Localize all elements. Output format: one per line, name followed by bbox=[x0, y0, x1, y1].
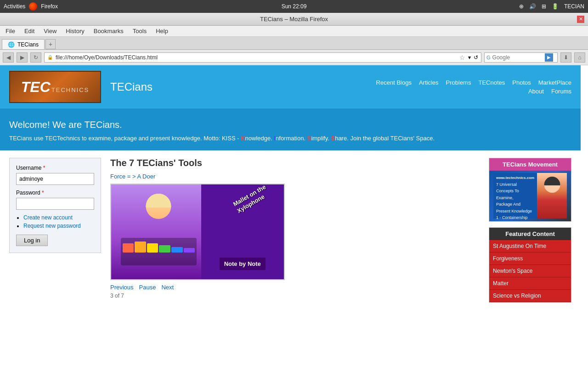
logo-technics-text: TECHNICS bbox=[51, 86, 89, 93]
movement-panel: TECians Movement www.tectechnics.com 7 U… bbox=[489, 158, 571, 222]
accessibility-icon: ⊕ bbox=[519, 3, 524, 10]
site-logo: TEC TECHNICS bbox=[9, 71, 101, 103]
featured-item-0[interactable]: St Augustine On Time bbox=[489, 240, 571, 253]
home-button[interactable]: ⌂ bbox=[574, 52, 585, 63]
slide-image: Mallet on the Xylophone Note by Note bbox=[111, 184, 284, 279]
tec-item-1: Package And Present Knowledge bbox=[496, 201, 534, 214]
window-title: TECians – Mozilla Firefox bbox=[260, 16, 328, 23]
nav-articles[interactable]: Articles bbox=[419, 79, 439, 86]
search-submit-button[interactable]: ▶ bbox=[545, 53, 553, 62]
create-account-item: Create new account bbox=[23, 214, 94, 221]
reset-password-item: Request new password bbox=[23, 223, 94, 229]
downloads-button[interactable]: ⬇ bbox=[560, 52, 571, 63]
nav-tecnotes[interactable]: TECnotes bbox=[478, 79, 505, 86]
login-button[interactable]: Log in bbox=[16, 235, 48, 246]
menu-bookmarks[interactable]: Bookmarks bbox=[90, 27, 127, 35]
pause-button[interactable]: Pause bbox=[139, 284, 156, 291]
volume-icon: 🔊 bbox=[529, 3, 536, 10]
featured-item-4[interactable]: Science vs Religion bbox=[489, 290, 571, 302]
os-clock: Sun 22:09 bbox=[282, 3, 307, 10]
window-close-button[interactable]: ✕ bbox=[577, 16, 584, 23]
menu-tools[interactable]: Tools bbox=[129, 27, 150, 35]
site-title: TECians bbox=[110, 80, 367, 93]
featured-panel: Featured Content St Augustine On Time Fo… bbox=[489, 227, 571, 303]
movement-title: TECians Movement bbox=[489, 158, 571, 171]
slideshow: Mallet on the Xylophone Note by Note bbox=[110, 184, 285, 280]
activities-label[interactable]: Activities bbox=[4, 3, 25, 10]
address-bar: ◀ ▶ ↻ 🔒 file:///home/Oye/Downloads/TECia… bbox=[0, 50, 588, 65]
blue-banner: Welcome! We are TECians. TECians use TEC… bbox=[0, 109, 581, 150]
menu-edit[interactable]: Edit bbox=[21, 27, 38, 35]
menu-file[interactable]: File bbox=[2, 27, 19, 35]
tec-list: 7 Universal Concepts To Examine, Package… bbox=[496, 181, 534, 221]
featured-item-1[interactable]: Forgiveness bbox=[489, 253, 571, 265]
featured-item-2[interactable]: Newton's Space bbox=[489, 265, 571, 277]
xylophone-text: Mallet on the Xylophone bbox=[232, 184, 271, 215]
login-links: Create new account Request new password bbox=[16, 214, 94, 229]
menu-view[interactable]: View bbox=[40, 27, 60, 35]
banner-mid1: nowledge. bbox=[245, 135, 274, 142]
url-text: file:///home/Oye/Downloads/TECians.html bbox=[56, 54, 457, 61]
url-reload-icon[interactable]: ↺ bbox=[474, 54, 478, 61]
firefox-icon bbox=[29, 2, 37, 11]
nav-photos[interactable]: Photos bbox=[512, 79, 531, 86]
nav-row-2: About Forums bbox=[528, 88, 571, 95]
tab-label: TECians bbox=[17, 41, 39, 48]
google-icon: G bbox=[486, 55, 491, 60]
site-wrapper: TEC TECHNICS TECians Recent Blogs Articl… bbox=[0, 65, 581, 310]
banner-description: TECians use TECTechnics to examine, pack… bbox=[9, 134, 571, 143]
search-input[interactable] bbox=[492, 54, 543, 61]
tab-tecians[interactable]: 🌐 TECians bbox=[2, 39, 45, 49]
featured-title: Featured Content bbox=[489, 228, 571, 240]
movement-image: www.tectechnics.com 7 Universal Concepts… bbox=[489, 171, 571, 221]
nav-problems[interactable]: Problems bbox=[446, 79, 471, 86]
prev-button[interactable]: Previous bbox=[110, 284, 134, 291]
user-label: TECIAN bbox=[564, 3, 584, 10]
force-link[interactable]: Force = > A Doer bbox=[110, 173, 480, 180]
banner-title: Welcome! We are TECians. bbox=[9, 120, 571, 130]
movement-img-inner: www.tectechnics.com 7 Universal Concepts… bbox=[493, 173, 567, 218]
nav-about[interactable]: About bbox=[528, 88, 544, 95]
bookmark-star-icon[interactable]: ☆ bbox=[459, 54, 465, 61]
banner-text-before: TECians use TECTechnics to examine, pack… bbox=[9, 135, 241, 142]
forward-button[interactable]: ▶ bbox=[17, 52, 28, 63]
tab-bar: 🌐 TECians + bbox=[0, 37, 588, 50]
window-titlebar: TECians – Mozilla Firefox ✕ bbox=[0, 13, 588, 26]
password-input[interactable] bbox=[16, 198, 94, 210]
refresh-button[interactable]: ↻ bbox=[30, 52, 41, 63]
os-bar: Activities Firefox Sun 22:09 ⊕ 🔊 ⊞ 🔋 TEC… bbox=[0, 0, 588, 13]
site-navigation: Recent Blogs Articles Problems TECnotes … bbox=[376, 79, 571, 95]
nav-forums[interactable]: Forums bbox=[551, 88, 571, 95]
create-account-link[interactable]: Create new account bbox=[23, 214, 73, 221]
tab-favicon: 🌐 bbox=[8, 41, 15, 48]
username-input[interactable] bbox=[16, 173, 94, 185]
next-button[interactable]: Next bbox=[161, 284, 174, 291]
username-label: Username * bbox=[16, 165, 94, 171]
nav-row-1: Recent Blogs Articles Problems TECnotes … bbox=[376, 79, 571, 86]
site-header: TEC TECHNICS TECians Recent Blogs Articl… bbox=[0, 65, 581, 109]
banner-mid3: implify. bbox=[311, 135, 331, 142]
right-sidebar: TECians Movement www.tectechnics.com 7 U… bbox=[489, 158, 571, 303]
username-required: * bbox=[43, 165, 45, 171]
tools-title: The 7 TECians' Tools bbox=[110, 158, 480, 168]
banner-k: K bbox=[241, 135, 245, 142]
menu-bar: File Edit View History Bookmarks Tools H… bbox=[0, 26, 588, 37]
nav-marketplace[interactable]: MarketPlace bbox=[538, 79, 571, 86]
new-tab-button[interactable]: + bbox=[45, 39, 56, 49]
slide-counter: 3 of 7 bbox=[110, 293, 480, 299]
reset-password-link[interactable]: Request new password bbox=[23, 223, 81, 229]
search-bar[interactable]: G ▶ bbox=[484, 52, 558, 63]
menu-history[interactable]: History bbox=[62, 27, 88, 35]
center-content: The 7 TECians' Tools Force = > A Doer bbox=[110, 158, 480, 303]
battery-icon: 🔋 bbox=[552, 3, 559, 10]
menu-help[interactable]: Help bbox=[152, 27, 172, 35]
url-dropdown-icon[interactable]: ▾ bbox=[468, 54, 471, 61]
slide-note-text: Note by Note bbox=[220, 258, 266, 270]
browser-label[interactable]: Firefox bbox=[41, 3, 58, 10]
url-bar[interactable]: 🔒 file:///home/Oye/Downloads/TECians.htm… bbox=[44, 52, 481, 63]
nav-recent-blogs[interactable]: Recent Blogs bbox=[376, 79, 412, 86]
password-required: * bbox=[42, 190, 44, 196]
banner-after: hare. Join the global TECians' Space. bbox=[335, 135, 435, 142]
featured-item-3[interactable]: Matter bbox=[489, 277, 571, 290]
back-button[interactable]: ◀ bbox=[3, 52, 14, 63]
